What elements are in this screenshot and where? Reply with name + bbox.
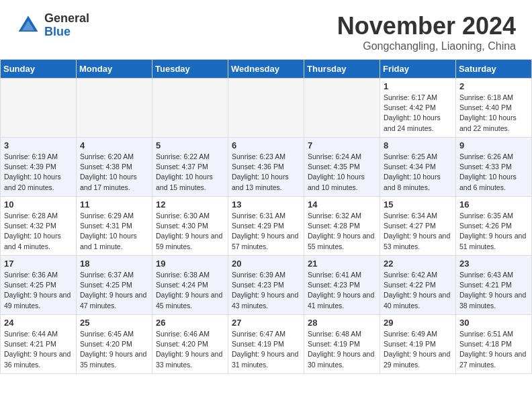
table-row: 17Sunrise: 6:36 AM Sunset: 4:25 PM Dayli… (1, 256, 77, 315)
table-row (1, 79, 77, 138)
day-info: Sunrise: 6:49 AM Sunset: 4:19 PM Dayligh… (384, 329, 452, 370)
day-number: 29 (384, 318, 452, 328)
day-info: Sunrise: 6:46 AM Sunset: 4:20 PM Dayligh… (156, 329, 224, 370)
day-info: Sunrise: 6:19 AM Sunset: 4:39 PM Dayligh… (4, 152, 73, 193)
day-info: Sunrise: 6:48 AM Sunset: 4:19 PM Dayligh… (308, 329, 376, 370)
day-number: 9 (459, 140, 528, 150)
day-info: Sunrise: 6:35 AM Sunset: 4:26 PM Dayligh… (459, 211, 528, 252)
day-info: Sunrise: 6:51 AM Sunset: 4:18 PM Dayligh… (459, 329, 528, 370)
day-number: 14 (308, 199, 376, 210)
day-info: Sunrise: 6:32 AM Sunset: 4:28 PM Dayligh… (308, 211, 376, 252)
day-number: 15 (384, 199, 452, 210)
logo: General Blue (16, 12, 89, 39)
col-tuesday: Tuesday (152, 60, 228, 79)
day-number: 6 (232, 140, 300, 150)
calendar-week-row: 17Sunrise: 6:36 AM Sunset: 4:25 PM Dayli… (1, 256, 532, 315)
table-row: 20Sunrise: 6:39 AM Sunset: 4:23 PM Dayli… (228, 256, 304, 315)
page-header: General Blue November 2024 Gongchangling… (0, 0, 532, 59)
table-row (152, 79, 228, 138)
day-number: 26 (156, 318, 224, 328)
day-info: Sunrise: 6:38 AM Sunset: 4:24 PM Dayligh… (156, 270, 224, 311)
table-row: 30Sunrise: 6:51 AM Sunset: 4:18 PM Dayli… (456, 315, 532, 374)
table-row: 26Sunrise: 6:46 AM Sunset: 4:20 PM Dayli… (152, 315, 228, 374)
table-row: 28Sunrise: 6:48 AM Sunset: 4:19 PM Dayli… (304, 315, 380, 374)
col-saturday: Saturday (456, 60, 532, 79)
table-row: 4Sunrise: 6:20 AM Sunset: 4:38 PM Daylig… (77, 138, 152, 197)
day-number: 28 (308, 318, 376, 328)
day-info: Sunrise: 6:44 AM Sunset: 4:21 PM Dayligh… (4, 329, 73, 370)
table-row (304, 79, 380, 138)
day-number: 17 (4, 259, 73, 269)
day-info: Sunrise: 6:39 AM Sunset: 4:23 PM Dayligh… (232, 270, 300, 311)
table-row (77, 79, 152, 138)
day-number: 24 (4, 318, 73, 328)
day-info: Sunrise: 6:45 AM Sunset: 4:20 PM Dayligh… (80, 329, 148, 370)
calendar-week-row: 10Sunrise: 6:28 AM Sunset: 4:32 PM Dayli… (1, 197, 532, 256)
day-info: Sunrise: 6:41 AM Sunset: 4:23 PM Dayligh… (308, 270, 376, 311)
day-info: Sunrise: 6:42 AM Sunset: 4:22 PM Dayligh… (384, 270, 452, 311)
day-info: Sunrise: 6:28 AM Sunset: 4:32 PM Dayligh… (4, 211, 73, 252)
table-row: 23Sunrise: 6:43 AM Sunset: 4:21 PM Dayli… (456, 256, 532, 315)
day-number: 3 (4, 140, 73, 150)
calendar-week-row: 3Sunrise: 6:19 AM Sunset: 4:39 PM Daylig… (1, 138, 532, 197)
table-row: 27Sunrise: 6:47 AM Sunset: 4:19 PM Dayli… (228, 315, 304, 374)
col-monday: Monday (77, 60, 152, 79)
calendar-week-row: 24Sunrise: 6:44 AM Sunset: 4:21 PM Dayli… (1, 315, 532, 374)
title-block: November 2024 Gongchangling, Liaoning, C… (337, 12, 516, 52)
col-sunday: Sunday (1, 60, 77, 79)
table-row: 12Sunrise: 6:30 AM Sunset: 4:30 PM Dayli… (152, 197, 228, 256)
calendar-header-row: Sunday Monday Tuesday Wednesday Thursday… (1, 60, 532, 79)
calendar-week-row: 1Sunrise: 6:17 AM Sunset: 4:42 PM Daylig… (1, 79, 532, 138)
day-number: 7 (308, 140, 376, 150)
table-row: 7Sunrise: 6:24 AM Sunset: 4:35 PM Daylig… (304, 138, 380, 197)
col-friday: Friday (380, 60, 456, 79)
table-row: 25Sunrise: 6:45 AM Sunset: 4:20 PM Dayli… (77, 315, 152, 374)
day-number: 25 (80, 318, 148, 328)
table-row: 1Sunrise: 6:17 AM Sunset: 4:42 PM Daylig… (380, 79, 456, 138)
table-row (228, 79, 304, 138)
table-row: 14Sunrise: 6:32 AM Sunset: 4:28 PM Dayli… (304, 197, 380, 256)
table-row: 9Sunrise: 6:26 AM Sunset: 4:33 PM Daylig… (456, 138, 532, 197)
table-row: 29Sunrise: 6:49 AM Sunset: 4:19 PM Dayli… (380, 315, 456, 374)
day-info: Sunrise: 6:20 AM Sunset: 4:38 PM Dayligh… (80, 152, 148, 193)
table-row: 22Sunrise: 6:42 AM Sunset: 4:22 PM Dayli… (380, 256, 456, 315)
day-info: Sunrise: 6:30 AM Sunset: 4:30 PM Dayligh… (156, 211, 224, 252)
table-row: 2Sunrise: 6:18 AM Sunset: 4:40 PM Daylig… (456, 79, 532, 138)
day-number: 18 (80, 259, 148, 269)
day-info: Sunrise: 6:47 AM Sunset: 4:19 PM Dayligh… (232, 329, 300, 370)
day-number: 8 (384, 140, 452, 150)
day-number: 22 (384, 259, 452, 269)
day-number: 13 (232, 199, 300, 210)
day-number: 23 (459, 259, 528, 269)
day-number: 21 (308, 259, 376, 269)
table-row: 24Sunrise: 6:44 AM Sunset: 4:21 PM Dayli… (1, 315, 77, 374)
day-info: Sunrise: 6:25 AM Sunset: 4:34 PM Dayligh… (384, 152, 452, 193)
table-row: 15Sunrise: 6:34 AM Sunset: 4:27 PM Dayli… (380, 197, 456, 256)
day-info: Sunrise: 6:18 AM Sunset: 4:40 PM Dayligh… (459, 93, 528, 134)
day-info: Sunrise: 6:43 AM Sunset: 4:21 PM Dayligh… (459, 270, 528, 311)
day-info: Sunrise: 6:22 AM Sunset: 4:37 PM Dayligh… (156, 152, 224, 193)
day-number: 1 (384, 81, 452, 91)
day-info: Sunrise: 6:37 AM Sunset: 4:25 PM Dayligh… (80, 270, 148, 311)
table-row: 13Sunrise: 6:31 AM Sunset: 4:29 PM Dayli… (228, 197, 304, 256)
day-number: 16 (459, 199, 528, 210)
table-row: 19Sunrise: 6:38 AM Sunset: 4:24 PM Dayli… (152, 256, 228, 315)
day-number: 19 (156, 259, 224, 269)
day-number: 20 (232, 259, 300, 269)
day-info: Sunrise: 6:17 AM Sunset: 4:42 PM Dayligh… (384, 93, 452, 134)
day-info: Sunrise: 6:24 AM Sunset: 4:35 PM Dayligh… (308, 152, 376, 193)
table-row: 3Sunrise: 6:19 AM Sunset: 4:39 PM Daylig… (1, 138, 77, 197)
day-number: 4 (80, 140, 148, 150)
day-info: Sunrise: 6:34 AM Sunset: 4:27 PM Dayligh… (384, 211, 452, 252)
day-info: Sunrise: 6:29 AM Sunset: 4:31 PM Dayligh… (80, 211, 148, 252)
day-number: 12 (156, 199, 224, 210)
col-wednesday: Wednesday (228, 60, 304, 79)
day-info: Sunrise: 6:23 AM Sunset: 4:36 PM Dayligh… (232, 152, 300, 193)
logo-general: General (44, 12, 89, 26)
table-row: 18Sunrise: 6:37 AM Sunset: 4:25 PM Dayli… (77, 256, 152, 315)
day-info: Sunrise: 6:26 AM Sunset: 4:33 PM Dayligh… (459, 152, 528, 193)
day-info: Sunrise: 6:31 AM Sunset: 4:29 PM Dayligh… (232, 211, 300, 252)
table-row: 10Sunrise: 6:28 AM Sunset: 4:32 PM Dayli… (1, 197, 77, 256)
day-number: 10 (4, 199, 73, 210)
day-number: 5 (156, 140, 224, 150)
